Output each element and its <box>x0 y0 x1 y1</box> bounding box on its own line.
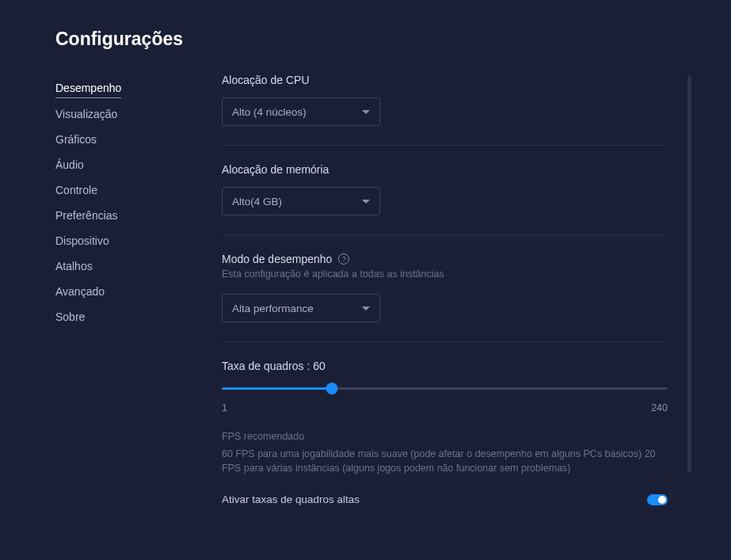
cpu-allocation-value: Alto (4 núcleos) <box>232 106 306 118</box>
main-panel: Alocação de CPU Alto (4 núcleos) Alocaçã… <box>222 74 691 517</box>
vsync-toggle-label: Habilitar VSync (para prever screen tear… <box>222 516 430 517</box>
sidebar: Desempenho Visualização Gráficos Áudio C… <box>55 74 174 517</box>
memory-allocation-value: Alto(4 GB) <box>232 196 282 208</box>
memory-allocation-label: Alocação de memória <box>222 163 668 176</box>
framerate-min: 1 <box>222 402 227 413</box>
sidebar-item-preferencias[interactable]: Preferências <box>55 203 174 228</box>
sidebar-item-sobre[interactable]: Sobre <box>55 304 174 330</box>
sidebar-item-visualizacao[interactable]: Visualização <box>55 101 174 127</box>
toggle-knob <box>658 496 666 504</box>
memory-allocation-select[interactable]: Alto(4 GB) <box>222 187 380 215</box>
framerate-value: 60 <box>313 360 326 372</box>
performance-mode-label-text: Modo de desempenho <box>222 253 332 265</box>
cpu-allocation-select[interactable]: Alto (4 núcleos) <box>222 97 380 126</box>
sidebar-item-graficos[interactable]: Gráficos <box>55 127 174 152</box>
chevron-down-icon <box>362 200 370 204</box>
performance-mode-select[interactable]: Alta performance <box>222 294 380 322</box>
framerate-slider[interactable] <box>222 382 668 396</box>
cpu-allocation-label: Alocação de CPU <box>222 74 668 86</box>
sidebar-item-avancado[interactable]: Avançado <box>55 279 174 304</box>
high-fps-toggle[interactable] <box>647 494 668 505</box>
fps-recommended-title: FPS recomendado <box>222 431 668 442</box>
sidebar-item-audio[interactable]: Áudio <box>55 152 174 177</box>
scrollbar[interactable] <box>687 76 691 472</box>
performance-mode-value: Alta performance <box>232 303 314 314</box>
framerate-max: 240 <box>651 402 668 413</box>
slider-thumb[interactable] <box>326 383 338 394</box>
sidebar-item-atalhos[interactable]: Atalhos <box>55 253 174 279</box>
performance-mode-sublabel: Esta configuração é aplicada a todas as … <box>222 269 668 280</box>
fps-recommended-text: 60 FPS para uma jogabilidade mais suave … <box>222 447 668 475</box>
sidebar-item-desempenho[interactable]: Desempenho <box>55 75 121 98</box>
sidebar-item-controle[interactable]: Controle <box>55 177 174 203</box>
performance-mode-label: Modo de desempenho ? <box>222 253 668 265</box>
slider-fill <box>222 387 332 390</box>
framerate-label: Taxa de quadros : 60 <box>222 360 668 372</box>
high-fps-toggle-label: Ativar taxas de quadros altas <box>222 493 360 505</box>
help-icon[interactable]: ? <box>338 253 349 265</box>
framerate-label-prefix: Taxa de quadros : <box>222 360 313 372</box>
chevron-down-icon <box>362 110 370 114</box>
page-title: Configurações <box>55 29 691 50</box>
sidebar-item-dispositivo[interactable]: Dispositivo <box>55 228 174 253</box>
chevron-down-icon <box>362 307 370 310</box>
slider-range: 1 240 <box>222 402 668 413</box>
